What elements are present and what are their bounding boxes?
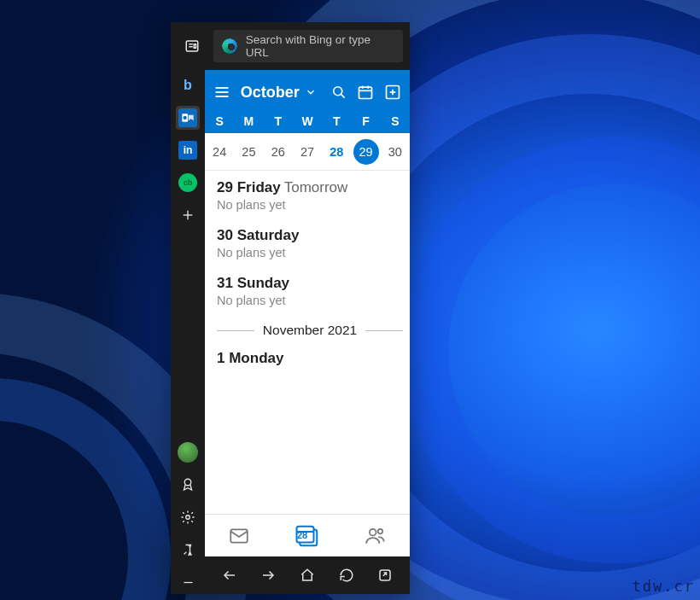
svg-point-5	[184, 116, 187, 119]
date-cell[interactable]: 27	[293, 133, 322, 170]
hamburger-icon[interactable]	[210, 75, 234, 109]
no-plans-label: No plans yet	[217, 294, 410, 307]
no-plans-label: No plans yet	[217, 246, 410, 259]
top-bar: Search with Bing or type URL	[171, 22, 410, 70]
svg-rect-17	[359, 87, 372, 98]
news-icon[interactable]	[178, 32, 207, 61]
calendar-header: October S M	[205, 70, 410, 133]
settings-icon[interactable]	[176, 505, 200, 529]
no-plans-label: No plans yet	[217, 198, 410, 212]
calendar-tab[interactable]: 28	[286, 519, 329, 553]
search-input[interactable]: Search with Bing or type URL	[213, 30, 403, 62]
date-cell[interactable]: 25	[234, 133, 263, 170]
month-divider: November 2021	[217, 323, 403, 338]
chevron-down-icon	[305, 86, 317, 98]
agenda-day[interactable]: 30 Saturday No plans yet	[217, 227, 410, 259]
refresh-button[interactable]	[332, 561, 361, 590]
open-external-button[interactable]	[370, 561, 400, 590]
agenda-day[interactable]: 1 Monday	[217, 350, 410, 367]
svg-point-8	[184, 479, 191, 486]
date-cell-today[interactable]: 29	[351, 133, 380, 170]
new-event-button[interactable]	[381, 75, 405, 109]
dow-thu: T	[322, 114, 351, 128]
add-widget-button[interactable]	[176, 203, 200, 227]
svg-rect-24	[230, 529, 248, 542]
svg-point-15	[333, 87, 341, 96]
edge-icon	[222, 38, 237, 54]
rewards-icon[interactable]	[176, 473, 200, 497]
dow-sun: S	[205, 114, 234, 128]
watermark-text: tdw.cr	[633, 578, 695, 595]
svg-point-9	[186, 516, 190, 520]
browser-nav-bar	[205, 556, 410, 594]
svg-point-29	[378, 528, 382, 533]
svg-rect-3	[194, 44, 195, 49]
month-label: October	[241, 84, 300, 102]
month-selector[interactable]: October	[237, 84, 320, 102]
weekday-row: S M T W T F S	[205, 114, 410, 133]
minimize-icon[interactable]	[176, 570, 200, 594]
pin-icon[interactable]	[176, 538, 200, 562]
today-icon[interactable]	[354, 75, 378, 109]
back-button[interactable]	[215, 561, 244, 590]
svg-point-28	[370, 528, 376, 535]
calendar-badge: 28	[297, 530, 307, 540]
cb-icon[interactable]: cb	[176, 171, 200, 195]
forward-button[interactable]	[254, 561, 283, 590]
calendar-widget: October S M	[205, 70, 410, 594]
home-button[interactable]	[293, 561, 322, 590]
dow-wed: W	[293, 114, 322, 128]
outlook-icon[interactable]	[176, 106, 200, 130]
mail-tab[interactable]	[218, 519, 260, 553]
agenda-list[interactable]: 29 FridayTomorrow No plans yet 30 Saturd…	[205, 171, 410, 514]
linkedin-icon[interactable]: in	[176, 138, 200, 162]
dow-tue: T	[264, 114, 293, 128]
svg-rect-32	[380, 570, 390, 580]
bing-icon[interactable]: b	[176, 73, 200, 97]
agenda-day[interactable]: 31 Sunday No plans yet	[217, 275, 410, 307]
widgets-panel: Search with Bing or type URL b in cb	[171, 22, 410, 594]
date-cell[interactable]: 28	[322, 133, 351, 170]
user-avatar[interactable]	[176, 440, 200, 464]
date-cell[interactable]: 30	[381, 133, 410, 170]
svg-line-10	[184, 551, 186, 554]
search-icon[interactable]	[327, 75, 351, 109]
date-cell[interactable]: 26	[264, 133, 293, 170]
people-tab[interactable]	[354, 519, 397, 553]
date-row: 24 25 26 27 28 29 30	[205, 133, 410, 171]
dow-fri: F	[351, 114, 380, 128]
search-placeholder: Search with Bing or type URL	[246, 33, 394, 59]
side-rail: b in cb	[171, 70, 205, 594]
dow-mon: M	[234, 114, 263, 128]
dow-sat: S	[381, 114, 410, 128]
bottom-tab-bar: 28	[205, 514, 410, 556]
date-cell[interactable]: 24	[205, 133, 234, 170]
agenda-day[interactable]: 29 FridayTomorrow No plans yet	[217, 179, 410, 212]
svg-line-16	[341, 95, 344, 98]
